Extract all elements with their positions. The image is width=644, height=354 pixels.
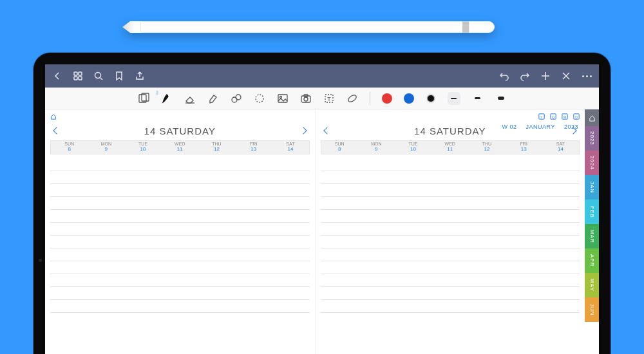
tab-2024[interactable]: 2024 [585,151,599,175]
week-number[interactable]: W 02 [502,124,517,130]
quarter-view-icon[interactable]: Q [550,113,556,120]
svg-point-19 [304,97,308,101]
svg-text:D: D [575,115,578,119]
svg-rect-16 [278,95,287,102]
week-day-cell[interactable]: FRI13 [506,141,542,154]
tab-home[interactable] [585,109,599,126]
day-header-left: 14 SATURDAY [50,124,310,138]
week-day-cell[interactable]: TUE10 [395,141,431,154]
shapes-tool[interactable] [231,93,242,104]
bluetooth-icon: ᛒ [156,90,159,96]
tab-mar[interactable]: MAR [585,224,599,248]
week-day-cell[interactable]: SAT14 [542,141,579,154]
link-tool[interactable] [346,93,358,104]
tab-may[interactable]: MAY [585,273,599,297]
color-blue[interactable] [404,93,414,104]
note-lines-left[interactable] [50,158,310,313]
day-title-right: 14 SATURDAY [414,126,486,136]
stylus-band [462,21,469,33]
week-day-cell[interactable]: SUN8 [321,141,358,154]
share-button[interactable] [134,70,146,82]
bookmark-button[interactable] [113,70,125,82]
svg-rect-3 [79,77,82,80]
lasso-tool[interactable] [254,93,265,104]
add-button[interactable] [540,70,551,82]
svg-rect-1 [79,72,82,75]
week-day-cell[interactable]: MON9 [88,141,124,154]
week-day-cell[interactable]: WED11 [431,141,468,154]
search-button[interactable] [93,70,104,82]
week-strip-left: SUN8MON9TUE10WED11THU12FRI13SAT14 [50,140,310,154]
planner-page-left: 14 SATURDAY SUN8MON9TUE10WED11THU12FRI13… [45,109,315,354]
planner-page-right: Y Q M D 14 SATURDAY [315,109,585,354]
color-red[interactable] [382,93,392,104]
tab-jun[interactable]: JUN [585,297,599,322]
week-day-cell[interactable]: THU12 [468,141,505,154]
eraser-tool[interactable] [184,93,196,104]
close-button[interactable] [560,70,572,82]
stylus-body [140,21,488,33]
day-title-left: 14 SATURDAY [144,126,216,136]
back-button[interactable] [52,70,63,82]
toolbar-divider [370,91,370,106]
stroke-medium[interactable] [472,93,484,104]
stylus-tip [122,21,142,33]
month-view-icon[interactable]: M [562,113,568,120]
side-tabs: 20232024JANFEBMARAPRMAYJUN [585,109,599,354]
svg-point-4 [95,73,101,79]
next-day-button[interactable] [299,127,307,134]
stroke-thick[interactable] [495,93,507,104]
note-lines-right[interactable] [321,158,580,313]
tab-apr[interactable]: APR [585,248,599,273]
undo-button[interactable] [498,70,510,82]
screen: ᛒ T [45,64,599,354]
week-day-cell[interactable]: SUN8 [51,141,88,154]
camera-tool[interactable] [300,93,312,104]
week-day-cell[interactable]: TUE10 [124,141,161,154]
year-view-icon[interactable]: Y [538,113,545,120]
highlighter-tool[interactable] [207,93,219,104]
editor-toolbar: ᛒ T [45,88,599,109]
more-button[interactable] [581,70,592,82]
svg-text:Q: Q [552,115,554,119]
image-tool[interactable] [277,93,289,104]
month-label[interactable]: JANUARY [526,124,555,130]
prev-day-button[interactable] [53,127,60,134]
week-strip-right: SUN8MON9TUE10WED11THU12FRI13SAT14 [321,140,580,154]
prev-day-button[interactable] [323,127,330,134]
text-tool[interactable]: T [323,93,335,104]
color-black-selected[interactable] [426,93,436,104]
svg-text:M: M [564,115,566,119]
year-label[interactable]: 2023 [564,124,578,130]
home-icon[interactable] [50,113,57,120]
svg-point-15 [256,95,263,102]
stylus-cap [469,21,495,33]
tab-jan[interactable]: JAN [585,175,599,200]
redo-button[interactable] [519,70,531,82]
apps-button[interactable] [72,70,84,82]
app-navbar [45,64,599,88]
tab-feb[interactable]: FEB [585,200,599,224]
svg-rect-2 [74,77,77,80]
stylus [121,19,507,35]
tablet-frame: ᛒ T [33,53,611,354]
week-day-cell[interactable]: WED11 [162,141,198,154]
stroke-thin-selected[interactable] [448,92,460,105]
date-meta: W 02 JANUARY 2023 [502,124,578,130]
week-day-cell[interactable]: FRI13 [235,141,272,154]
week-day-cell[interactable]: SAT14 [272,141,308,154]
svg-line-5 [100,78,102,80]
read-mode-tool[interactable] [138,93,149,104]
svg-text:Y: Y [540,115,543,119]
planner-content: 14 SATURDAY SUN8MON9TUE10WED11THU12FRI13… [45,109,599,354]
svg-text:T: T [327,96,331,102]
week-day-cell[interactable]: THU12 [198,141,235,154]
week-day-cell[interactable]: MON9 [358,141,395,154]
planner-pages: 14 SATURDAY SUN8MON9TUE10WED11THU12FRI13… [45,109,585,354]
pen-tool[interactable]: ᛒ [161,93,173,104]
week-view-icon[interactable]: D [573,113,580,120]
svg-rect-0 [74,72,77,75]
tab-2023[interactable]: 2023 [585,126,599,151]
svg-point-23 [346,93,357,103]
camera-dot [39,259,42,262]
